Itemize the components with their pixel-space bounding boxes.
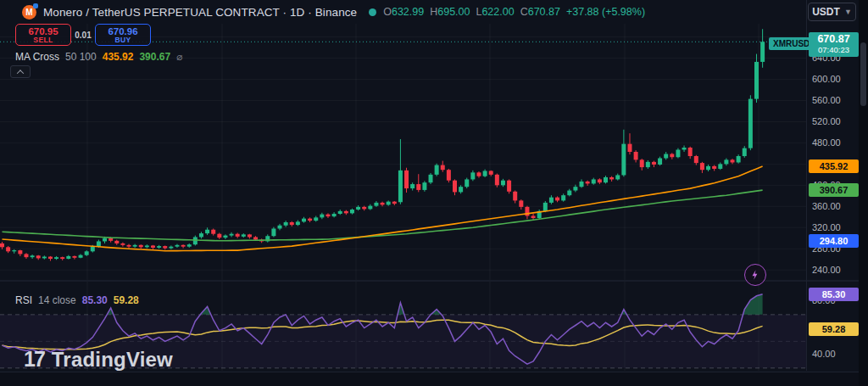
boost-button[interactable] [744, 264, 766, 286]
tradingview-logo-text: TradingView [52, 348, 173, 372]
buy-price: 670.96 [108, 26, 137, 36]
legend-collapse-button[interactable] [10, 65, 31, 78]
open-key: O [383, 6, 392, 18]
high-key: H [430, 6, 437, 18]
high-value: 695.00 [437, 6, 470, 18]
price-axis-label: 240.00 [812, 265, 841, 275]
ma100-value: 390.67 [139, 51, 170, 63]
chevron-up-icon [17, 70, 24, 76]
chart-window: M Monero / TetherUS PERPETUAL CONTRACT ·… [0, 0, 868, 386]
symbol-title[interactable]: Monero / TetherUS PERPETUAL CONTRACT · 1… [43, 6, 357, 19]
ma50-value: 435.92 [103, 51, 134, 63]
scrollbar-thumb[interactable] [860, 42, 866, 106]
open-value: 632.99 [392, 6, 424, 18]
tradingview-watermark[interactable]: 17 TradingView [24, 347, 173, 372]
rsi-value: 85.30 [82, 294, 108, 306]
sell-button[interactable]: 670.95 SELL [15, 24, 71, 46]
rsi-avg-value: 59.28 [114, 294, 139, 306]
close-value: 670.87 [528, 6, 560, 18]
last-price-label[interactable]: 670.87 07:40:23 [809, 32, 859, 57]
price-axis-label: 600.00 [812, 74, 841, 84]
currency-label: USDT [812, 6, 840, 18]
monero-logo-icon[interactable]: M [22, 5, 36, 20]
low-value: 622.00 [481, 6, 514, 18]
currency-dropdown[interactable]: USDT ▼ [808, 3, 856, 21]
pane-separator[interactable] [0, 280, 859, 282]
spread-value: 0.01 [71, 31, 95, 40]
rsi-axis-label-40: 40.00 [812, 349, 836, 359]
chevron-down-icon: ▼ [844, 8, 852, 16]
hide-indicator-icon[interactable]: ⌀ [176, 51, 182, 63]
sell-label: SELL [33, 36, 53, 44]
change-value: +37.88 (+5.98%) [566, 6, 645, 18]
scrollbar[interactable] [859, 0, 868, 386]
ma-cross-params: 50 100 [65, 51, 97, 63]
ohlc-values: O632.99 H695.00 L622.00 C670.87 +37.88 (… [383, 6, 645, 18]
contract-badge-icon [33, 3, 38, 8]
close-key: C [520, 6, 528, 18]
rsi-name: RSI [15, 294, 32, 306]
ma100-axis-chip: 390.67 [809, 183, 859, 197]
ma-cross-name: MA Cross [15, 51, 59, 63]
price-axis-label: 560.00 [812, 95, 841, 105]
rsi-avg-axis-chip: 59.28 [809, 322, 859, 336]
time-axis[interactable] [0, 372, 859, 386]
market-status-icon[interactable] [369, 8, 376, 16]
ma50-axis-chip: 435.92 [809, 159, 859, 173]
ma-cross-legend[interactable]: MA Cross 50 100 435.92 390.67 ⌀ [15, 51, 182, 63]
lightning-icon [749, 269, 761, 281]
price-axis-label: 480.00 [812, 137, 841, 148]
trade-panel: 670.95 SELL 0.01 670.96 BUY [15, 24, 151, 46]
alert-axis-chip: 294.80 [809, 234, 859, 248]
price-axis-label: 320.00 [812, 222, 841, 232]
price-axis-border [806, 0, 807, 371]
last-price-value: 670.87 [809, 34, 859, 46]
buy-button[interactable]: 670.96 BUY [95, 24, 151, 46]
rsi-params: 14 close [38, 294, 76, 306]
buy-label: BUY [114, 36, 131, 44]
sell-price: 670.95 [28, 26, 58, 36]
price-axis-label: 520.00 [812, 116, 841, 126]
chart-header: M Monero / TetherUS PERPETUAL CONTRACT ·… [0, 0, 805, 24]
bar-countdown: 07:40:23 [809, 46, 859, 54]
price-axis-label: 360.00 [812, 201, 841, 211]
rsi-axis-chip: 85.30 [809, 288, 859, 301]
rsi-legend[interactable]: RSI 14 close 85.30 59.28 [15, 294, 139, 306]
tradingview-logo-icon: 17 [24, 347, 44, 372]
monero-logo-letter: M [25, 8, 32, 17]
